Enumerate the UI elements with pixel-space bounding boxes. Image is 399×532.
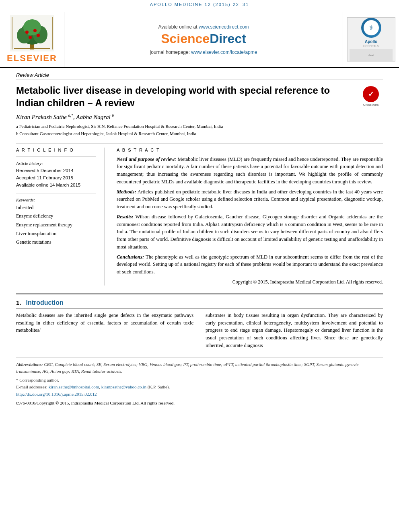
available-online-text: Available online at www.sciencedirect.co… bbox=[158, 24, 249, 30]
methods-text: Articles published on pediatric metaboli… bbox=[117, 189, 383, 210]
abbr-text: CBC, Complete blood count; SE, Serum ele… bbox=[16, 362, 359, 374]
elsevier-tree-icon bbox=[10, 15, 54, 51]
section-right-column: substrates in body tissues resulting in … bbox=[206, 312, 383, 349]
accepted-date: Accepted 11 February 2015 bbox=[16, 174, 96, 181]
affiliation-b: b Consultant Gastroenterologist and Hepa… bbox=[16, 130, 383, 138]
keyword-3: Enzyme replacement therapy bbox=[16, 221, 96, 230]
introduction-section: 1. Introduction Metabolic diseases are t… bbox=[16, 294, 383, 349]
results-label: Results: bbox=[117, 214, 134, 220]
need-label: Need and purpose of review: bbox=[117, 156, 176, 162]
section-heading: Introduction bbox=[26, 299, 64, 306]
email-addresses: E-mail addresses: kiran.sathe@hnhospital… bbox=[16, 384, 383, 391]
info-divider1 bbox=[16, 156, 96, 157]
apollo-logo: ⚕ Apollo HOSPITALS chart bbox=[343, 12, 399, 67]
email-link-1[interactable]: kiran.sathe@hnhospital.com bbox=[49, 384, 99, 389]
article-type-label: Review Article bbox=[16, 72, 383, 80]
header-divider bbox=[16, 143, 383, 144]
abstract-heading: A B S T R A C T bbox=[117, 148, 383, 152]
conclusions-text: The phenotypic as well as the genotypic … bbox=[117, 254, 383, 275]
journal-homepage: journal homepage: www.elsevier.com/locat… bbox=[150, 49, 257, 55]
email-label: E-mail addresses: bbox=[16, 384, 47, 389]
section-body: Metabolic diseases are the inherited sin… bbox=[16, 312, 383, 349]
journal-homepage-url[interactable]: www.elsevier.com/locate/apme bbox=[191, 49, 257, 55]
received-date: Received 5 December 2014 bbox=[16, 167, 96, 174]
conclusions-label: Conclusions: bbox=[117, 254, 144, 260]
keyword-1: Inherited bbox=[16, 203, 96, 212]
available-date: Available online 14 March 2015 bbox=[16, 181, 96, 189]
svg-point-6 bbox=[25, 31, 29, 34]
keyword-5: Genetic mutations bbox=[16, 238, 96, 247]
email-suffix: (K.P. Sathe). bbox=[148, 384, 170, 389]
apollo-wordmark: Apollo bbox=[365, 39, 377, 44]
apollo-circle-icon: ⚕ bbox=[361, 18, 381, 38]
svg-point-9 bbox=[37, 34, 40, 37]
authors: Kiran Prakash Sathe a,*, Aabha Nagral b bbox=[16, 113, 383, 121]
crossmark-logo: ✓ CrossMark bbox=[359, 86, 383, 107]
info-divider2 bbox=[16, 193, 96, 193]
section-left-column: Metabolic diseases are the inherited sin… bbox=[16, 312, 193, 349]
section-title-area: 1. Introduction bbox=[16, 299, 383, 308]
abbreviations: Abbreviations: CBC, Complete blood count… bbox=[16, 361, 383, 375]
article-title: Metabolic liver disease in developing wo… bbox=[16, 84, 353, 109]
affiliation-a: a Pediatrician and Pediatric Nephrologis… bbox=[16, 123, 383, 130]
methods-label: Methods: bbox=[117, 189, 136, 195]
header-center: Available online at www.sciencedirect.co… bbox=[64, 12, 343, 67]
results-text: Wilson disease followed by Galactosemia,… bbox=[117, 214, 383, 250]
keywords-label: Keywords: bbox=[16, 197, 96, 202]
doi-link[interactable]: http://dx.doi.org/10.1016/j.apme.2015.02… bbox=[16, 392, 97, 396]
doi-link-container: http://dx.doi.org/10.1016/j.apme.2015.02… bbox=[16, 391, 383, 398]
main-content: Review Article Metabolic liver disease i… bbox=[0, 68, 399, 415]
keywords-list: Inherited Enzyme deficiency Enzyme repla… bbox=[16, 203, 96, 247]
title-area: Metabolic liver disease in developing wo… bbox=[16, 84, 383, 109]
article-history-label: Article history: bbox=[16, 161, 96, 166]
abstract-copyright: Copyright © 2015, Indraprastha Medical C… bbox=[117, 278, 383, 286]
sciencedirect-url[interactable]: www.sciencedirect.com bbox=[199, 24, 249, 30]
abbr-label: Abbreviations: bbox=[16, 362, 43, 367]
corresponding-author: * Corresponding author. bbox=[16, 377, 383, 384]
svg-point-8 bbox=[29, 36, 32, 39]
abstract-panel: A B S T R A C T Need and purpose of revi… bbox=[117, 148, 383, 286]
abstract-text: Need and purpose of review: Metabolic li… bbox=[117, 156, 383, 286]
svg-point-7 bbox=[33, 29, 37, 32]
section-number: 1. bbox=[16, 299, 21, 306]
journal-header: ELSEVIER Available online at www.science… bbox=[0, 9, 399, 68]
affiliations: a Pediatrician and Pediatric Nephrologis… bbox=[16, 123, 383, 137]
apollo-swirl-icon: ⚕ bbox=[369, 23, 373, 32]
footer: Abbreviations: CBC, Complete blood count… bbox=[16, 357, 383, 407]
issn-text: 0976-0016/Copyright © 2015, Indraprastha… bbox=[16, 400, 383, 407]
elsevier-wordmark: ELSEVIER bbox=[7, 53, 57, 64]
article-info-abstract: A R T I C L E I N F O Article history: R… bbox=[16, 148, 383, 286]
keyword-2: Enzyme deficiency bbox=[16, 212, 96, 221]
crossmark-label: CrossMark bbox=[363, 103, 379, 107]
crossmark-icon: ✓ bbox=[363, 86, 379, 102]
article-info-panel: A R T I C L E I N F O Article history: R… bbox=[16, 148, 105, 286]
article-info-heading: A R T I C L E I N F O bbox=[16, 148, 96, 152]
journal-strip: APOLLO MEDICINE 12 (2015) 22–31 bbox=[0, 0, 399, 9]
elsevier-logo: ELSEVIER bbox=[0, 12, 64, 67]
email-link-2[interactable]: kiranpsathe@yahoo.co.in bbox=[101, 384, 146, 389]
keyword-4: Liver transplantation bbox=[16, 230, 96, 238]
corresponding-label: * Corresponding author. bbox=[16, 378, 59, 382]
sciencedirect-logo: ScienceDirect bbox=[161, 31, 246, 46]
apollo-box: ⚕ Apollo HOSPITALS chart bbox=[347, 17, 395, 62]
